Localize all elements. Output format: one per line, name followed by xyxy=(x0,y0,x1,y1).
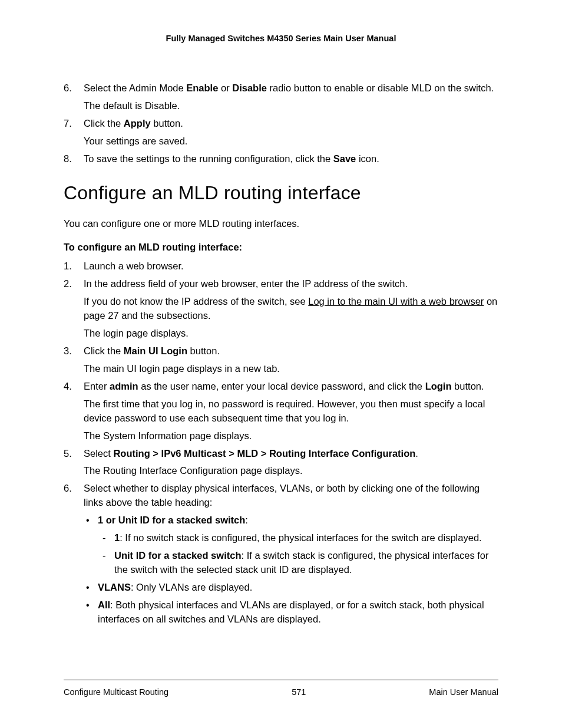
step-8-top: 8. To save the settings to the running c… xyxy=(64,152,498,166)
list-marker: 6. xyxy=(64,482,72,496)
list-marker: 4. xyxy=(64,380,72,394)
enable-bold: Enable xyxy=(186,83,218,93)
step-6: 6. Select whether to display physical in… xyxy=(64,482,498,626)
step-2-p1: In the address field of your web browser… xyxy=(84,277,498,291)
step-6-top: 6. Select the Admin Mode Enable or Disab… xyxy=(64,81,498,113)
step-5-p2: The Routing Interface Configuration page… xyxy=(84,464,498,478)
list-marker: 2. xyxy=(64,277,72,291)
step-4-p1: Enter admin as the user name, enter your… xyxy=(84,380,498,394)
dash-1: 1: If no switch stack is configured, the… xyxy=(98,531,498,545)
step-5: 5. Select Routing > IPv6 Multicast > MLD… xyxy=(64,447,498,479)
unitid-title-bold: 1 or Unit ID for a stacked switch xyxy=(98,515,245,525)
all-bold: All xyxy=(98,599,110,610)
footer-right: Main User Manual xyxy=(429,686,498,699)
step-6-bullets: 1 or Unit ID for a stacked switch: 1: If… xyxy=(84,513,498,626)
section-heading: Configure an MLD routing interface xyxy=(64,179,498,206)
apply-bold: Apply xyxy=(124,118,151,129)
step-1: 1. Launch a web browser. xyxy=(64,259,498,274)
footer-row: Configure Multicast Routing 571 Main Use… xyxy=(64,680,498,699)
step-5-p1: Select Routing > IPv6 Multicast > MLD > … xyxy=(84,447,498,461)
list-marker: 1. xyxy=(64,259,72,274)
step-6-p1: Select the Admin Mode Enable or Disable … xyxy=(84,81,498,95)
step-3: 3. Click the Main UI Login button. The m… xyxy=(64,344,498,376)
login-bold: Login xyxy=(425,381,452,391)
unitid-bold: Unit ID for a stacked switch xyxy=(114,550,241,561)
disable-bold: Disable xyxy=(232,83,267,93)
bullet-unitid: 1 or Unit ID for a stacked switch: 1: If… xyxy=(84,513,498,577)
footer-left: Configure Multicast Routing xyxy=(64,686,168,699)
bullet-vlans: VLANS: Only VLANs are displayed. xyxy=(84,581,498,595)
list-marker: 3. xyxy=(64,344,72,358)
document-header: Fully Managed Switches M4350 Series Main… xyxy=(64,32,498,45)
list-marker: 5. xyxy=(64,447,72,461)
list-marker: 6. xyxy=(64,81,72,95)
step-3-p1: Click the Main UI Login button. xyxy=(84,344,498,358)
continuation-list: 6. Select the Admin Mode Enable or Disab… xyxy=(64,81,498,166)
step-4-p3: The System Information page displays. xyxy=(84,429,498,443)
one-bold: 1 xyxy=(114,532,120,543)
page-footer: Configure Multicast Routing 571 Main Use… xyxy=(64,671,498,699)
save-bold: Save xyxy=(333,153,356,164)
step-7-p1: Click the Apply button. xyxy=(84,117,498,131)
document-page: Fully Managed Switches M4350 Series Main… xyxy=(0,0,562,728)
step-6-p2: The default is Disable. xyxy=(84,99,498,113)
main-ui-login-bold: Main UI Login xyxy=(124,345,187,356)
step-4: 4. Enter admin as the user name, enter y… xyxy=(64,380,498,443)
bullet-all: All: Both physical interfaces and VLANs … xyxy=(84,598,498,627)
step-2: 2. In the address field of your web brow… xyxy=(64,277,498,341)
list-marker: 8. xyxy=(64,152,72,166)
dash-unitid: Unit ID for a stacked switch: If a switc… xyxy=(98,549,498,577)
login-link[interactable]: Log in to the main UI with a web browser xyxy=(308,296,484,307)
step-6-p1: Select whether to display physical inter… xyxy=(84,482,498,510)
section-intro: You can configure one or more MLD routin… xyxy=(64,217,498,231)
step-4-p2: The first time that you log in, no passw… xyxy=(84,397,498,426)
step-1-text: Launch a web browser. xyxy=(84,259,498,274)
step-8-p1: To save the settings to the running conf… xyxy=(84,152,498,166)
step-2-p2: If you do not know the IP address of the… xyxy=(84,295,498,323)
unitid-sublist: 1: If no switch stack is configured, the… xyxy=(98,531,498,577)
procedure-subheading: To configure an MLD routing interface: xyxy=(64,241,498,255)
footer-page-number: 571 xyxy=(292,686,306,699)
step-7-top: 7. Click the Apply button. Your settings… xyxy=(64,117,498,149)
nav-path-bold: Routing > IPv6 Multicast > MLD > Routing… xyxy=(113,448,415,459)
admin-bold: admin xyxy=(110,381,138,391)
step-7-p2: Your settings are saved. xyxy=(84,134,498,149)
list-marker: 7. xyxy=(64,117,72,131)
step-3-p2: The main UI login page displays in a new… xyxy=(84,362,498,376)
step-2-p3: The login page displays. xyxy=(84,327,498,341)
vlans-bold: VLANS xyxy=(98,582,131,592)
procedure-list: 1. Launch a web browser. 2. In the addre… xyxy=(64,259,498,626)
